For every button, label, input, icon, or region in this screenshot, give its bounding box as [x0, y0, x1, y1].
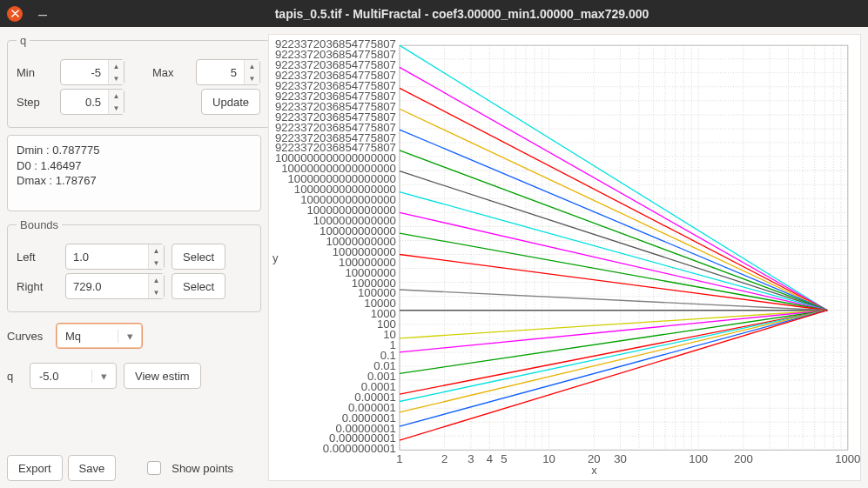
svg-line-129: [400, 311, 827, 440]
svg-text:5: 5: [501, 452, 507, 465]
curves-label: Curves: [7, 330, 49, 343]
qsel-label: q: [7, 370, 23, 383]
dmax-text: Dmax : 1.78767: [17, 173, 252, 189]
svg-line-110: [400, 68, 827, 311]
body: q Min ▲▼ Max ▲▼ Step: [0, 27, 868, 488]
max-input[interactable]: [197, 60, 244, 84]
q-select-value: -5.0: [30, 370, 91, 383]
update-button[interactable]: Update: [201, 89, 260, 115]
select-left-button[interactable]: Select: [172, 244, 225, 270]
step-up-icon[interactable]: ▲: [109, 90, 124, 102]
bounds-right-input[interactable]: [66, 274, 148, 298]
step-spin[interactable]: ▲▼: [60, 89, 124, 115]
min-input[interactable]: [61, 60, 108, 84]
step-label: Step: [17, 96, 53, 109]
left-label: Left: [17, 251, 58, 264]
d0-text: D0 : 1.46497: [17, 158, 252, 174]
window-title: tapis_0.5.tif - MultiFractal - coef3.000…: [63, 7, 861, 21]
plot-svg: 9223372036854775807922337203685477580792…: [269, 35, 860, 480]
q-select[interactable]: -5.0 ▾: [30, 363, 117, 389]
dmin-text: Dmin : 0.787775: [17, 143, 252, 158]
svg-line-128: [400, 311, 827, 426]
svg-text:1000: 1000: [835, 452, 860, 465]
svg-text:10: 10: [542, 452, 555, 465]
bounds-right-spin[interactable]: ▲▼: [65, 273, 165, 299]
max-label: Max: [152, 66, 189, 79]
svg-text:3: 3: [468, 452, 474, 465]
select-right-button[interactable]: Select: [172, 273, 225, 299]
close-icon[interactable]: [7, 6, 23, 22]
svg-line-127: [400, 311, 827, 412]
svg-line-111: [400, 89, 827, 311]
max-down-icon[interactable]: ▼: [245, 72, 259, 84]
window: – tapis_0.5.tif - MultiFractal - coef3.0…: [0, 0, 868, 488]
right-label: Right: [17, 280, 58, 293]
chevron-down-icon: ▾: [91, 370, 116, 383]
bounds-legend: Bounds: [17, 218, 62, 231]
step-down-icon[interactable]: ▼: [109, 102, 124, 114]
left-panel: q Min ▲▼ Max ▲▼ Step: [7, 34, 261, 481]
svg-text:0.0000000001: 0.0000000001: [323, 443, 396, 456]
view-estim-button[interactable]: View estim: [124, 363, 201, 389]
svg-line-117: [400, 213, 827, 311]
max-up-icon[interactable]: ▲: [245, 60, 259, 72]
ylabel: y: [273, 251, 279, 264]
svg-text:200: 200: [734, 452, 753, 465]
svg-text:2: 2: [441, 452, 447, 465]
minimize-icon[interactable]: –: [35, 6, 50, 22]
svg-text:30: 30: [614, 452, 627, 465]
stats-box: Dmin : 0.787775 D0 : 1.46497 Dmax : 1.78…: [7, 135, 261, 211]
svg-line-124: [400, 311, 827, 374]
svg-line-118: [400, 233, 827, 311]
show-points-checkbox[interactable]: [147, 461, 161, 475]
svg-line-109: [400, 45, 827, 311]
bounds-left-up-icon[interactable]: ▲: [149, 244, 164, 257]
q-legend: q: [17, 34, 30, 47]
xlabel: x: [591, 464, 597, 477]
export-button[interactable]: Export: [7, 455, 63, 481]
curves-value: Mq: [57, 330, 118, 343]
bounds-right-up-icon[interactable]: ▲: [149, 274, 164, 286]
svg-text:1: 1: [396, 452, 402, 465]
min-label: Min: [17, 66, 53, 79]
curves-select[interactable]: Mq ▾: [56, 323, 143, 349]
bounds-group: Bounds Left ▲▼ Select Right ▲▼ Select: [7, 218, 261, 312]
q-group: q Min ▲▼ Max ▲▼ Step: [7, 34, 270, 128]
bounds-left-down-icon[interactable]: ▼: [149, 257, 164, 269]
svg-text:4: 4: [487, 452, 493, 465]
svg-line-123: [400, 311, 827, 352]
chevron-down-icon: ▾: [118, 330, 142, 343]
titlebar: – tapis_0.5.tif - MultiFractal - coef3.0…: [0, 0, 868, 27]
svg-line-114: [400, 150, 827, 311]
bounds-left-input[interactable]: [66, 244, 148, 269]
bounds-left-spin[interactable]: ▲▼: [65, 244, 165, 270]
bounds-right-down-icon[interactable]: ▼: [149, 286, 164, 298]
max-spin[interactable]: ▲▼: [196, 59, 260, 85]
show-points-label: Show points: [172, 462, 233, 475]
min-spin[interactable]: ▲▼: [60, 59, 124, 85]
plot-area[interactable]: y x 922337203685477580792233720368547758…: [268, 34, 861, 481]
svg-line-113: [400, 130, 827, 311]
min-up-icon[interactable]: ▲: [109, 60, 124, 72]
step-input[interactable]: [61, 90, 108, 114]
min-down-icon[interactable]: ▼: [109, 72, 124, 84]
save-button[interactable]: Save: [68, 455, 117, 481]
svg-text:100: 100: [689, 452, 708, 465]
